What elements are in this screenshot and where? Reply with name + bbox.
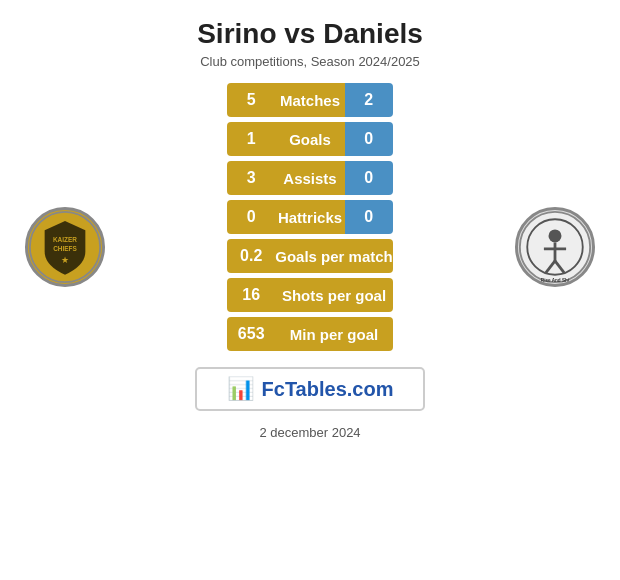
stat-label: Goals [275,122,345,156]
fctables-badge: 📊 FcTables.com [195,367,426,411]
stat-row-goals-per-match: 0.2Goals per match [227,239,393,273]
stat-label: Goals per match [275,239,393,273]
stat-label: Assists [275,161,345,195]
svg-point-6 [549,229,562,242]
stat-right-value: 0 [345,200,393,234]
kaizer-logo-svg: KAIZER CHIEFS ★ [28,210,102,284]
right-team-logo-container: Rise And Shi [500,207,610,287]
stat-left-value: 653 [227,317,275,351]
stat-left-value: 3 [227,161,275,195]
stat-left-value: 0.2 [227,239,275,273]
stat-label: Matches [275,83,345,117]
swallows-logo: Rise And Shi [515,207,595,287]
stat-label: Shots per goal [275,278,393,312]
svg-text:Rise And Shi: Rise And Shi [541,278,569,283]
kaizer-chiefs-logo: KAIZER CHIEFS ★ [25,207,105,287]
svg-text:CHIEFS: CHIEFS [53,245,77,252]
footer-date: 2 december 2024 [259,425,360,440]
header: Sirino vs Daniels Club competitions, Sea… [197,0,423,75]
stats-table: 5Matches21Goals03Assists00Hattricks00.2G… [227,83,393,351]
stat-left-value: 1 [227,122,275,156]
stat-left-value: 16 [227,278,275,312]
svg-text:★: ★ [61,255,69,265]
swallows-logo-svg: Rise And Shi [518,210,592,284]
stat-row-assists: 3Assists0 [227,161,393,195]
stat-row-min-per-goal: 653Min per goal [227,317,393,351]
chart-icon: 📊 [227,376,254,402]
stat-label: Min per goal [275,317,393,351]
stat-left-value: 5 [227,83,275,117]
stat-label: Hattricks [275,200,345,234]
stat-row-shots-per-goal: 16Shots per goal [227,278,393,312]
stat-left-value: 0 [227,200,275,234]
main-content: KAIZER CHIEFS ★ 5Matches21Goals03Assists… [0,83,620,411]
stat-row-hattricks: 0Hattricks0 [227,200,393,234]
subtitle: Club competitions, Season 2024/2025 [197,54,423,69]
stat-row-goals: 1Goals0 [227,122,393,156]
page-title: Sirino vs Daniels [197,18,423,50]
stat-right-value: 2 [345,83,393,117]
stat-row-matches: 5Matches2 [227,83,393,117]
stat-right-value: 0 [345,122,393,156]
left-team-logo-container: KAIZER CHIEFS ★ [10,207,120,287]
badge-text: FcTables.com [262,378,394,401]
stat-right-value: 0 [345,161,393,195]
center-section: 5Matches21Goals03Assists00Hattricks00.2G… [120,83,500,411]
svg-text:KAIZER: KAIZER [53,236,77,243]
